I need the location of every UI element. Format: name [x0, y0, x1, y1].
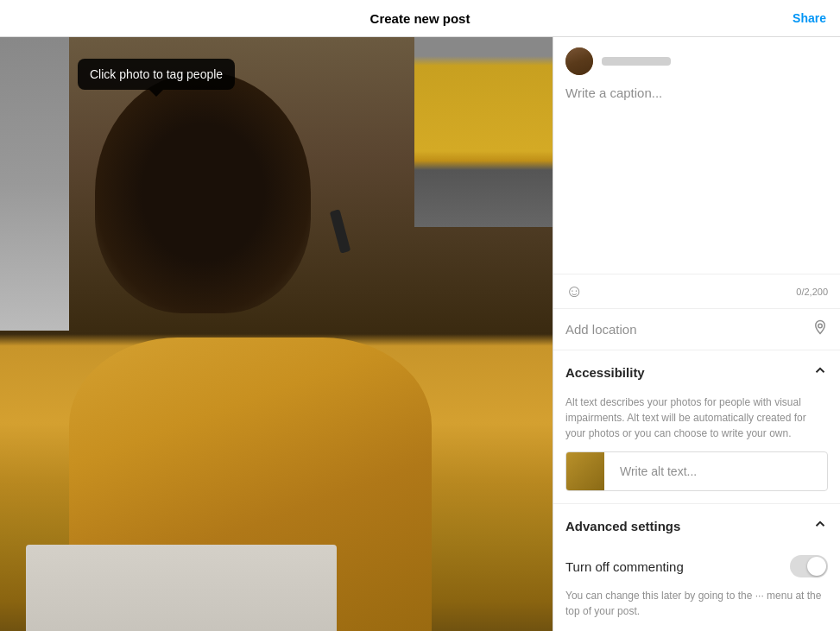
char-count-row: ☺ 0/2,200: [553, 274, 840, 308]
username-display: [602, 57, 671, 66]
tag-people-tooltip: Click photo to tag people: [78, 59, 235, 90]
right-panel: ☺ 0/2,200 Add location Accessibility: [553, 37, 840, 631]
accessibility-title: Accessibility: [565, 365, 645, 380]
share-button[interactable]: Share: [793, 11, 826, 25]
main-content: Click photo to tag people ☺ 0/2,200 Add …: [0, 37, 840, 631]
photo-panel[interactable]: Click photo to tag people: [0, 37, 553, 631]
accessibility-chevron-icon: [812, 363, 828, 382]
advanced-settings-content: Turn off commenting You can change this …: [553, 548, 840, 631]
char-count: 0/2,200: [796, 287, 828, 297]
user-row: [553, 37, 840, 85]
commenting-toggle-label: Turn off commenting: [565, 559, 684, 574]
alt-text-input[interactable]: [613, 464, 827, 478]
accessibility-section-header[interactable]: Accessibility: [553, 350, 840, 394]
advanced-settings-section-header[interactable]: Advanced settings: [553, 503, 840, 548]
commenting-toggle-row: Turn off commenting: [565, 548, 828, 584]
svg-point-0: [818, 324, 823, 328]
toggle-knob: [807, 557, 826, 576]
commenting-toggle-button[interactable]: [790, 555, 828, 577]
accessibility-content: Alt text describes your photos for peopl…: [553, 394, 840, 503]
avatar-image: [565, 47, 593, 75]
page-title: Create new post: [370, 11, 471, 26]
header: Create new post Share: [0, 0, 840, 37]
location-row[interactable]: Add location: [553, 308, 840, 350]
emoji-button[interactable]: ☺: [565, 281, 583, 301]
alt-thumb-preview: [566, 452, 604, 490]
location-icon: [812, 319, 828, 339]
accessibility-description: Alt text describes your photos for peopl…: [565, 394, 828, 441]
advanced-settings-title: Advanced settings: [565, 519, 680, 533]
caption-area: [553, 85, 840, 274]
alt-text-row: [565, 451, 828, 491]
advanced-settings-chevron-icon: [812, 516, 828, 536]
location-label: Add location: [565, 322, 637, 337]
caption-input[interactable]: [565, 85, 828, 155]
commenting-toggle-description: You can change this later by going to th…: [565, 588, 828, 619]
avatar: [565, 47, 593, 75]
